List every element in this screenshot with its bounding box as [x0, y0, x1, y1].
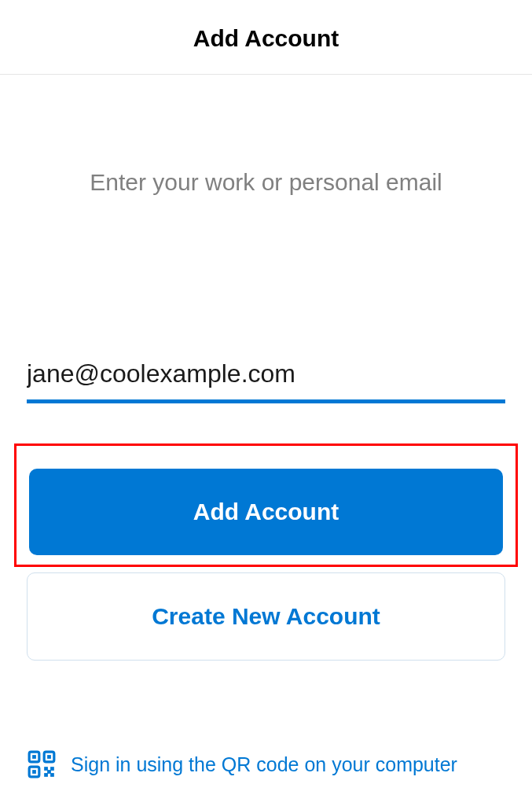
- header: Add Account: [0, 0, 532, 75]
- svg-rect-5: [32, 770, 36, 774]
- svg-rect-3: [47, 755, 51, 759]
- create-new-account-button[interactable]: Create New Account: [27, 572, 505, 661]
- page-title: Add Account: [0, 25, 532, 52]
- email-input[interactable]: [27, 353, 505, 403]
- add-account-button[interactable]: Add Account: [29, 469, 503, 555]
- content-area: Enter your work or personal email Add Ac…: [0, 169, 532, 779]
- instruction-text: Enter your work or personal email: [27, 169, 505, 196]
- highlight-annotation: Add Account: [14, 444, 518, 567]
- svg-rect-1: [32, 755, 36, 759]
- qr-link-text: Sign in using the QR code on your comput…: [71, 753, 457, 776]
- qr-code-icon: [27, 749, 57, 779]
- svg-rect-10: [47, 770, 51, 774]
- qr-signin-link[interactable]: Sign in using the QR code on your comput…: [27, 749, 505, 779]
